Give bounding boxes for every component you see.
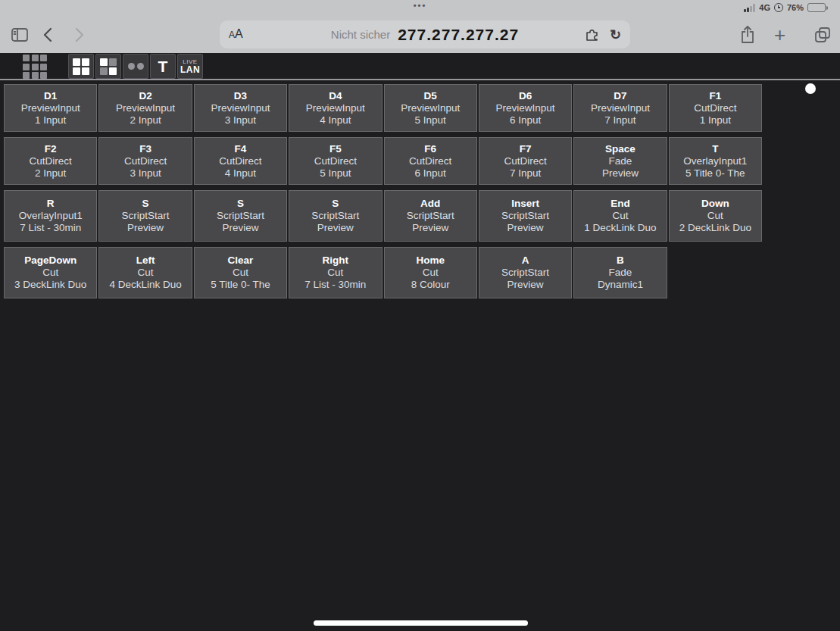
- shortcut-button-f5[interactable]: F5CutDirect5 Input: [289, 137, 382, 185]
- tabs-overview-button[interactable]: [813, 26, 832, 44]
- shortcut-grid: D1PreviewInput1 InputD2PreviewInput2 Inp…: [4, 84, 762, 304]
- shortcut-function-label: ScriptStart: [122, 210, 170, 222]
- battery-percent-label: 76%: [787, 3, 804, 12]
- status-bar-right: 4G 76%: [744, 3, 828, 12]
- shortcut-function-label: CutDirect: [219, 155, 261, 167]
- shortcut-target-label: 2 Input: [130, 114, 161, 127]
- shortcut-button-clear[interactable]: ClearCut5 Title 0- The: [194, 247, 287, 298]
- shortcut-key-label: F5: [329, 143, 342, 155]
- shortcut-key-label: F6: [424, 143, 436, 155]
- shortcut-target-label: 7 Input: [510, 167, 541, 180]
- new-tab-button[interactable]: +: [774, 25, 785, 45]
- shortcut-target-label: Preview: [127, 222, 164, 234]
- shortcut-function-label: Cut: [423, 267, 439, 279]
- shortcut-button-s[interactable]: SScriptStartPreview: [289, 190, 382, 242]
- shortcut-button-d4[interactable]: D4PreviewInput4 Input: [289, 84, 382, 132]
- shortcut-function-label: ScriptStart: [407, 210, 454, 222]
- back-button[interactable]: [42, 27, 53, 42]
- shortcut-button-d5[interactable]: D5PreviewInput5 Input: [384, 84, 477, 132]
- shortcut-button-f7[interactable]: F7CutDirect7 Input: [479, 137, 572, 185]
- shortcut-target-label: 2 Input: [35, 167, 66, 180]
- shortcut-key-label: F7: [520, 143, 532, 155]
- shortcut-button-end[interactable]: EndCut1 DeckLink Duo: [573, 190, 667, 242]
- shortcut-button-d1[interactable]: D1PreviewInput1 Input: [4, 84, 97, 132]
- multitask-handle[interactable]: •••: [414, 1, 427, 10]
- titles-button[interactable]: T: [150, 54, 176, 79]
- preview-program-button[interactable]: [95, 54, 121, 79]
- shortcut-target-label: 4 Input: [320, 114, 351, 127]
- shortcut-target-label: Preview: [317, 222, 354, 234]
- tally-button[interactable]: [123, 54, 148, 79]
- shortcut-button-s[interactable]: SScriptStartPreview: [98, 190, 192, 242]
- shortcut-row: PageDownCut3 DeckLink DuoLeftCut4 DeckLi…: [4, 247, 762, 298]
- shortcut-target-label: 1 Input: [35, 114, 66, 127]
- shortcut-button-f2[interactable]: F2CutDirect2 Input: [4, 137, 97, 185]
- multiview-button[interactable]: [68, 54, 94, 79]
- shortcut-function-label: ScriptStart: [217, 210, 264, 222]
- safari-chrome: ••• 4G 76%: [0, 0, 840, 53]
- shortcut-button-f3[interactable]: F3CutDirect3 Input: [98, 137, 192, 185]
- shortcut-button-d3[interactable]: D3PreviewInput3 Input: [194, 84, 287, 132]
- chevron-left-icon: [42, 27, 53, 42]
- address-text: Nicht sicher 277.277.277.27: [220, 20, 630, 48]
- shortcuts-grid-icon[interactable]: [23, 55, 47, 79]
- shortcut-function-label: CutDirect: [30, 155, 72, 167]
- address-bar[interactable]: AA Nicht sicher 277.277.277.27 ↻: [220, 20, 630, 48]
- shortcut-target-label: 8 Colour: [411, 279, 450, 291]
- shortcut-button-d6[interactable]: D6PreviewInput6 Input: [479, 84, 572, 132]
- shortcut-button-b[interactable]: BFadeDynamic1: [573, 247, 667, 298]
- shortcut-button-d2[interactable]: D2PreviewInput2 Input: [98, 84, 192, 132]
- shortcut-button-f6[interactable]: F6CutDirect6 Input: [384, 137, 477, 185]
- shortcut-target-label: Preview: [507, 279, 544, 291]
- clock-icon: [774, 3, 783, 12]
- shortcut-function-label: PreviewInput: [116, 102, 175, 114]
- shortcut-button-right[interactable]: RightCut7 List - 30min: [289, 247, 382, 298]
- shortcut-target-label: 3 Input: [225, 114, 256, 127]
- shortcut-button-r[interactable]: ROverlayInput17 List - 30min: [4, 190, 97, 242]
- two-dots-icon: [128, 63, 144, 70]
- shortcut-button-left[interactable]: LeftCut4 DeckLink Duo: [98, 247, 192, 298]
- shortcut-key-label: B: [617, 255, 624, 267]
- shortcut-button-add[interactable]: AddScriptStartPreview: [384, 190, 477, 242]
- shortcut-key-label: S: [332, 198, 339, 210]
- shortcut-function-label: PreviewInput: [591, 102, 650, 114]
- shortcut-target-label: 7 List - 30min: [20, 222, 81, 234]
- reload-button[interactable]: ↻: [610, 28, 621, 42]
- shortcut-button-a[interactable]: AScriptStartPreview: [479, 247, 572, 298]
- shortcut-target-label: 7 Input: [604, 114, 635, 127]
- shortcut-function-label: Fade: [609, 267, 632, 279]
- shortcut-target-label: Preview: [602, 167, 639, 180]
- cellular-signal-icon: [744, 4, 755, 12]
- shortcut-button-t[interactable]: TOverlayInput15 Title 0- The: [669, 137, 762, 185]
- shortcut-function-label: PreviewInput: [496, 102, 555, 114]
- live-lan-badge: LIVE LAN: [180, 59, 200, 74]
- shortcut-button-d7[interactable]: D7PreviewInput7 Input: [573, 84, 667, 132]
- shortcut-button-space[interactable]: SpaceFadePreview: [573, 137, 667, 185]
- status-bar: ••• 4G 76%: [0, 0, 840, 17]
- shortcut-key-label: F1: [709, 90, 721, 102]
- shortcut-button-down[interactable]: DownCut2 DeckLink Duo: [669, 190, 762, 242]
- shortcut-key-label: Clear: [228, 255, 254, 267]
- shortcut-button-f1[interactable]: F1CutDirect1 Input: [669, 84, 762, 132]
- shortcut-button-pagedown[interactable]: PageDownCut3 DeckLink Duo: [4, 247, 97, 298]
- checker-squares-icon: [100, 58, 117, 75]
- shortcut-target-label: 4 Input: [225, 167, 256, 180]
- shortcut-button-s[interactable]: SScriptStartPreview: [194, 190, 287, 242]
- home-indicator[interactable]: [314, 620, 528, 626]
- shortcut-button-insert[interactable]: InsertScriptStartPreview: [479, 190, 572, 242]
- shortcut-key-label: T: [712, 143, 718, 155]
- shortcut-button-f4[interactable]: F4CutDirect4 Input: [194, 137, 287, 185]
- shortcut-key-label: F2: [45, 143, 57, 155]
- sidebar-toggle-button[interactable]: [11, 27, 29, 42]
- live-lan-button[interactable]: LIVE LAN: [177, 54, 203, 79]
- share-button[interactable]: [739, 25, 756, 45]
- app-icon-bar: T LIVE LAN: [0, 53, 840, 80]
- shortcut-button-home[interactable]: HomeCut8 Colour: [384, 247, 477, 298]
- shortcut-function-label: PreviewInput: [211, 102, 270, 114]
- shortcut-function-label: ScriptStart: [501, 267, 549, 279]
- shortcut-key-label: Down: [701, 198, 729, 210]
- shortcut-target-label: 2 DeckLink Duo: [679, 222, 751, 234]
- shortcut-key-label: D3: [234, 90, 247, 102]
- extensions-button[interactable]: [585, 27, 600, 42]
- forward-button[interactable]: [74, 27, 85, 42]
